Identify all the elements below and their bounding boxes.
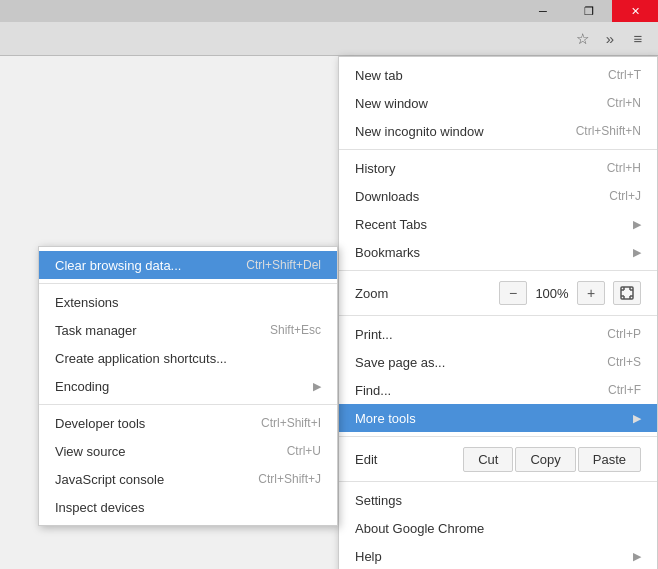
edit-buttons: Cut Copy Paste — [463, 447, 641, 472]
menu-section-new: New tab Ctrl+T New window Ctrl+N New inc… — [339, 57, 657, 150]
zoom-label: Zoom — [355, 286, 499, 301]
submenu-item-view-source[interactable]: View source Ctrl+U — [39, 437, 337, 465]
menu-item-new-window[interactable]: New window Ctrl+N — [339, 89, 657, 117]
menu-item-settings[interactable]: Settings — [339, 486, 657, 514]
extensions-icon[interactable]: » — [596, 25, 624, 53]
submenu-item-devtools[interactable]: Developer tools Ctrl+Shift+I — [39, 409, 337, 437]
more-tools-submenu: Clear browsing data... Ctrl+Shift+Del Ex… — [38, 246, 338, 526]
chrome-menu: New tab Ctrl+T New window Ctrl+N New inc… — [338, 56, 658, 569]
restore-button[interactable]: ❐ — [566, 0, 612, 22]
submenu-section-clear: Clear browsing data... Ctrl+Shift+Del — [39, 247, 337, 284]
zoom-minus-button[interactable]: − — [499, 281, 527, 305]
menu-item-print[interactable]: Print... Ctrl+P — [339, 320, 657, 348]
menu-item-bookmarks[interactable]: Bookmarks ▶ — [339, 238, 657, 266]
paste-button[interactable]: Paste — [578, 447, 641, 472]
submenu-item-task-manager[interactable]: Task manager Shift+Esc — [39, 316, 337, 344]
menu-item-about[interactable]: About Google Chrome — [339, 514, 657, 542]
submenu-item-create-shortcuts[interactable]: Create application shortcuts... — [39, 344, 337, 372]
close-button[interactable]: ✕ — [612, 0, 658, 22]
submenu-section-extensions: Extensions Task manager Shift+Esc Create… — [39, 284, 337, 405]
zoom-controls: − 100% + — [499, 281, 641, 305]
menu-item-new-incognito[interactable]: New incognito window Ctrl+Shift+N — [339, 117, 657, 145]
submenu-section-devtools: Developer tools Ctrl+Shift+I View source… — [39, 405, 337, 525]
title-bar: ─ ❐ ✕ — [0, 0, 658, 22]
submenu-item-encoding[interactable]: Encoding ▶ — [39, 372, 337, 400]
cut-button[interactable]: Cut — [463, 447, 513, 472]
submenu-item-extensions[interactable]: Extensions — [39, 288, 337, 316]
menu-item-downloads[interactable]: Downloads Ctrl+J — [339, 182, 657, 210]
chrome-toolbar: ☆ » ≡ — [0, 22, 658, 56]
zoom-plus-button[interactable]: + — [577, 281, 605, 305]
edit-row: Edit Cut Copy Paste — [339, 441, 657, 477]
menu-item-find[interactable]: Find... Ctrl+F — [339, 376, 657, 404]
menu-section-history: History Ctrl+H Downloads Ctrl+J Recent T… — [339, 150, 657, 271]
menu-section-tools: Print... Ctrl+P Save page as... Ctrl+S F… — [339, 316, 657, 437]
menu-item-history[interactable]: History Ctrl+H — [339, 154, 657, 182]
menu-item-help[interactable]: Help ▶ — [339, 542, 657, 569]
menu-item-more-tools[interactable]: More tools ▶ — [339, 404, 657, 432]
copy-button[interactable]: Copy — [515, 447, 575, 472]
menu-item-recent-tabs[interactable]: Recent Tabs ▶ — [339, 210, 657, 238]
zoom-fullscreen-button[interactable] — [613, 281, 641, 305]
menu-section-zoom: Zoom − 100% + — [339, 271, 657, 316]
menu-icon[interactable]: ≡ — [624, 25, 652, 53]
bookmark-icon[interactable]: ☆ — [568, 25, 596, 53]
menu-section-edit: Edit Cut Copy Paste — [339, 437, 657, 482]
menu-item-save-page[interactable]: Save page as... Ctrl+S — [339, 348, 657, 376]
menu-item-new-tab[interactable]: New tab Ctrl+T — [339, 61, 657, 89]
submenu-item-js-console[interactable]: JavaScript console Ctrl+Shift+J — [39, 465, 337, 493]
title-bar-buttons: ─ ❐ ✕ — [520, 0, 658, 22]
submenu-item-clear-browsing[interactable]: Clear browsing data... Ctrl+Shift+Del — [39, 251, 337, 279]
zoom-value: 100% — [531, 286, 573, 301]
menu-section-settings: Settings About Google Chrome Help ▶ — [339, 482, 657, 569]
minimize-button[interactable]: ─ — [520, 0, 566, 22]
zoom-row: Zoom − 100% + — [339, 275, 657, 311]
main-area: New tab Ctrl+T New window Ctrl+N New inc… — [0, 56, 658, 569]
edit-label: Edit — [355, 452, 463, 467]
svg-rect-0 — [621, 287, 633, 299]
submenu-item-inspect-devices[interactable]: Inspect devices — [39, 493, 337, 521]
